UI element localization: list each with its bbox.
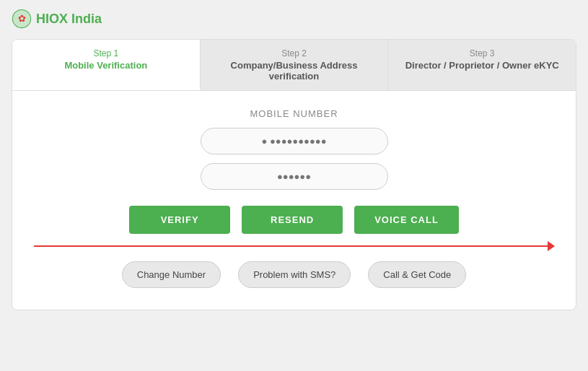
svg-text:✿: ✿ [18,14,26,24]
step-1-title: Mobile Verification [24,60,188,71]
call-get-code-button[interactable]: Call & Get Code [368,261,466,288]
step-1: Step 1 Mobile Verification [12,40,201,90]
brand-name: HIOX India [36,12,102,27]
step-3: Step 3 Director / Proprietor / Owner eKY… [388,40,576,90]
voice-call-button[interactable]: VOICE CALL [354,206,459,234]
main-card: Step 1 Mobile Verification Step 2 Compan… [12,39,576,310]
step-2: Step 2 Company/Business Address verifica… [201,40,389,90]
primary-buttons-row: VERIFY RESEND VOICE CALL [34,206,554,234]
change-number-button[interactable]: Change Number [122,261,221,288]
secondary-buttons-row: Change Number Problem with SMS? Call & G… [122,261,466,288]
content-area: MOBILE NUMBER VERIFY RESEND VOICE CALL C… [12,91,576,310]
problem-sms-button[interactable]: Problem with SMS? [238,261,351,288]
header: ✿ HIOX India [12,9,102,29]
arrow-row [34,245,554,247]
step-3-title: Director / Proprietor / Owner eKYC [400,60,564,71]
otp-input[interactable] [201,163,388,190]
verify-button[interactable]: VERIFY [129,206,230,234]
step-3-label: Step 3 [400,48,564,58]
mobile-number-input[interactable] [201,128,388,154]
step-2-label: Step 2 [212,48,377,58]
steps-bar: Step 1 Mobile Verification Step 2 Compan… [12,40,576,91]
mobile-number-label: MOBILE NUMBER [250,108,338,119]
resend-button[interactable]: RESEND [242,206,343,234]
step-1-label: Step 1 [24,48,188,58]
arrow-line [34,245,554,247]
step-2-title: Company/Business Address verification [212,60,377,82]
logo-icon: ✿ [12,9,32,29]
